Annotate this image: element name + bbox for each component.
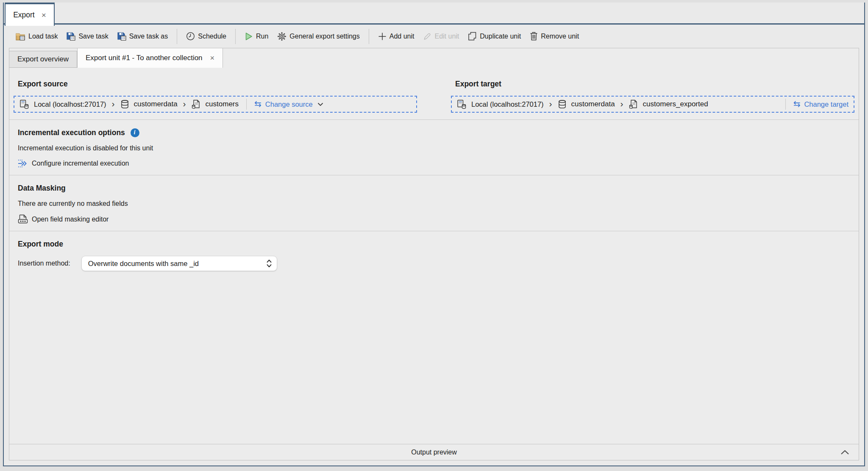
gear-icon (277, 32, 287, 41)
tab-export-unit-1-label: Export unit #1 - To another collection (86, 54, 203, 62)
open-field-masking-label: Open field masking editor (32, 216, 108, 223)
output-preview-bar[interactable]: Output preview (9, 444, 859, 460)
schedule-button[interactable]: Schedule (186, 32, 226, 41)
chevron-up-icon[interactable] (840, 450, 849, 455)
data-masking-status: There are currently no masked fields (18, 200, 850, 208)
export-source-heading: Export source (14, 79, 417, 89)
configure-incremental-label: Configure incremental execution (32, 160, 129, 167)
close-icon[interactable]: × (210, 54, 215, 62)
folder-icon (16, 32, 25, 41)
change-target-label: Change target (804, 100, 849, 108)
export-mode-heading: Export mode (18, 239, 63, 249)
toolbar-separator (235, 29, 236, 44)
incremental-arrow-icon (18, 159, 28, 168)
breadcrumb-separator-icon: › (548, 99, 553, 109)
swap-arrows-icon: ⇆ (254, 100, 262, 109)
breadcrumb-separator-icon: › (182, 99, 187, 109)
field-masking-icon (18, 214, 28, 224)
tab-export-unit-1[interactable]: Export unit #1 - To another collection × (77, 48, 223, 68)
incremental-heading: Incremental execution options (18, 127, 125, 138)
load-task-button[interactable]: Load task (16, 32, 58, 41)
database-icon (558, 100, 567, 109)
swap-arrows-icon: ⇆ (793, 100, 801, 109)
export-target-heading: Export target (451, 79, 854, 89)
breadcrumb-separator-icon: › (111, 99, 116, 109)
close-icon[interactable]: × (42, 11, 46, 19)
duplicate-icon (468, 32, 477, 41)
unit-content: Export source Local (localhost:27017) › (9, 68, 859, 444)
export-source-breadcrumb[interactable]: Local (localhost:27017) › customerdata › (14, 96, 417, 113)
select-updown-icon (267, 259, 272, 268)
target-server: Local (localhost:27017) (471, 100, 544, 108)
save-task-as-label: Save task as (129, 33, 168, 40)
main-panel: Export overview Export unit #1 - To anot… (9, 48, 859, 460)
chevron-down-icon[interactable] (317, 103, 323, 106)
data-masking-heading: Data Masking (18, 183, 66, 193)
change-target-link[interactable]: ⇆ Change target (793, 100, 849, 109)
save-task-as-button[interactable]: Save task as (117, 32, 168, 41)
trash-icon (530, 32, 538, 41)
server-icon (19, 100, 29, 109)
tab-export-overview-label: Export overview (17, 55, 69, 64)
breadcrumb-separator-icon: › (620, 99, 624, 109)
remove-unit-button[interactable]: Remove unit (530, 32, 579, 41)
save-icon (67, 32, 75, 41)
collection-icon (192, 100, 201, 109)
open-field-masking-button[interactable]: Open field masking editor (18, 214, 850, 224)
export-target-breadcrumb[interactable]: Local (localhost:27017) › customerdata › (451, 96, 854, 113)
info-icon[interactable]: i (131, 128, 139, 137)
source-collection: customers (206, 100, 239, 108)
remove-unit-label: Remove unit (541, 33, 579, 40)
database-icon (120, 100, 129, 109)
save-as-icon (117, 32, 126, 41)
general-export-settings-button[interactable]: General export settings (277, 32, 359, 41)
run-label: Run (256, 33, 268, 40)
source-server: Local (localhost:27017) (34, 100, 106, 108)
save-task-button[interactable]: Save task (67, 32, 108, 41)
target-collection: customers_exported (643, 100, 708, 108)
export-target-column: Export target Local (localhost:27017) › (451, 79, 854, 113)
general-export-settings-label: General export settings (289, 33, 359, 40)
incremental-status: Incremental execution is disabled for th… (18, 144, 850, 152)
insertion-method-value: Overwrite documents with same _id (88, 260, 199, 268)
export-window: Export × Load task Save t (3, 3, 865, 466)
save-task-label: Save task (78, 33, 108, 40)
change-source-link[interactable]: ⇆ Change source (254, 100, 313, 109)
incremental-section: Incremental execution options i Incremen… (9, 120, 859, 168)
output-preview-label: Output preview (411, 449, 457, 456)
toolbar-separator (177, 29, 177, 44)
insertion-method-label: Insertion method: (18, 260, 70, 267)
export-mode-section: Export mode (9, 231, 859, 249)
breadcrumb-divider (246, 99, 247, 110)
server-icon (457, 100, 467, 109)
export-source-column: Export source Local (localhost:27017) › (14, 79, 417, 113)
run-button[interactable]: Run (245, 32, 268, 41)
configure-incremental-button[interactable]: Configure incremental execution (18, 159, 850, 168)
breadcrumb-divider (785, 99, 786, 110)
tab-export-label: Export (13, 11, 35, 19)
collection-icon (629, 100, 638, 109)
pencil-icon (423, 32, 431, 41)
edit-unit-button: Edit unit (423, 32, 459, 41)
run-icon (245, 32, 253, 41)
add-unit-button[interactable]: Add unit (378, 32, 415, 41)
edit-unit-label: Edit unit (434, 33, 459, 40)
change-source-label: Change source (265, 100, 313, 108)
duplicate-unit-label: Duplicate unit (480, 33, 521, 40)
plus-icon (378, 32, 387, 41)
duplicate-unit-button[interactable]: Duplicate unit (468, 32, 521, 41)
unit-tabbar: Export overview Export unit #1 - To anot… (9, 48, 859, 68)
clock-icon (186, 32, 195, 41)
document-tabstrip: Export × (4, 3, 864, 25)
tab-export-overview[interactable]: Export overview (9, 51, 77, 68)
toolbar-separator (369, 29, 369, 44)
tab-export[interactable]: Export × (5, 3, 55, 26)
data-masking-section: Data Masking There are currently no mask… (9, 175, 859, 224)
add-unit-label: Add unit (389, 33, 415, 40)
insertion-method-select[interactable]: Overwrite documents with same _id (81, 256, 277, 271)
schedule-label: Schedule (198, 33, 226, 40)
toolbar: Load task Save task Save task as (4, 25, 864, 48)
target-database: customerdata (571, 100, 615, 108)
source-database: customerdata (134, 100, 178, 108)
load-task-label: Load task (28, 33, 58, 40)
